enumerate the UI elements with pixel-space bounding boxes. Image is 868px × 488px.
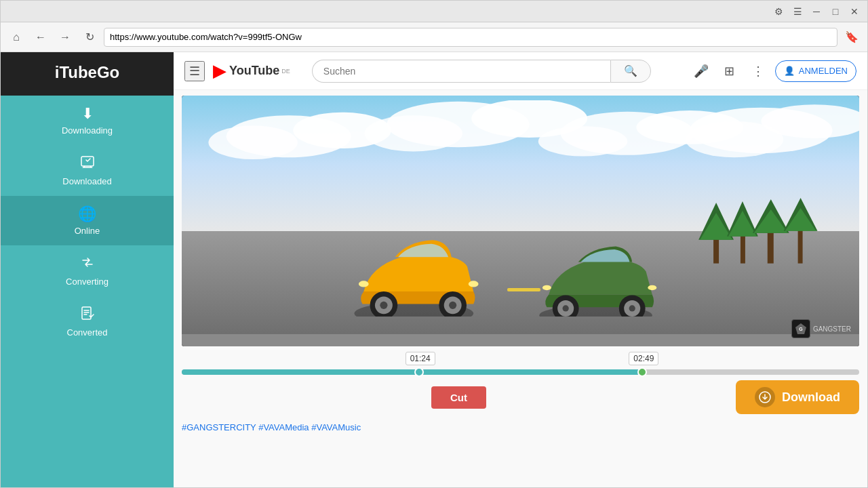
yt-logo-icon: ▶ xyxy=(213,60,226,81)
yt-signin-label: ANMELDEN xyxy=(799,66,848,76)
yt-mic-button[interactable]: 🎤 xyxy=(690,60,713,83)
downloading-label: Downloading xyxy=(62,125,113,136)
yt-menu-button[interactable]: ☰ xyxy=(184,61,205,81)
bottom-bar: Cut Download xyxy=(174,378,867,420)
menu-button[interactable]: ☰ xyxy=(790,4,805,19)
maximize-button[interactable]: □ xyxy=(828,4,843,19)
converting-label: Converting xyxy=(66,277,108,287)
cut-button[interactable]: Cut xyxy=(431,386,486,409)
online-icon: 🌐 xyxy=(78,205,96,223)
converted-label: Converted xyxy=(67,327,108,338)
close-button[interactable]: ✕ xyxy=(847,4,862,19)
svg-point-32 xyxy=(449,301,456,308)
watermark-text: GANGSTER xyxy=(813,325,851,333)
svg-rect-1 xyxy=(82,307,91,319)
svg-point-43 xyxy=(648,285,656,289)
road-shoulder xyxy=(182,334,859,347)
navbar: ⌂ ← → ↻ 🔖 xyxy=(1,22,867,52)
download-label: Download xyxy=(782,390,840,405)
timeline-progress xyxy=(182,369,642,375)
downloaded-label: Downloaded xyxy=(62,176,111,186)
timeline-handle-start[interactable] xyxy=(414,367,424,377)
search-wrap: 🔍 xyxy=(312,60,651,83)
video-watermark: G GANGSTER xyxy=(791,319,851,338)
download-button[interactable]: Download xyxy=(736,380,859,414)
sidebar: iTubeGo ⬇ Downloading Downloaded 🌐 xyxy=(1,52,174,487)
settings-button[interactable]: ⚙ xyxy=(771,4,786,19)
video-placeholder: G GANGSTER xyxy=(182,96,859,346)
sidebar-item-downloaded[interactable]: Downloaded xyxy=(1,145,174,196)
forward-button[interactable]: → xyxy=(55,27,75,47)
logo-text: iTubeGo xyxy=(55,63,120,82)
bookmark-button[interactable]: 🔖 xyxy=(842,27,862,47)
youtube-logo: ▶ YouTube DE xyxy=(213,60,290,81)
video-player[interactable]: G GANGSTER xyxy=(182,96,859,346)
converted-icon xyxy=(80,306,95,325)
browser-content: ☰ ▶ YouTube DE 🔍 🎤 ⊞ ⋮ 👤 ANMELDEN xyxy=(174,52,867,487)
sidebar-item-converting[interactable]: Converting xyxy=(1,245,174,296)
app-window: ⚙ ☰ ─ □ ✕ ⌂ ← → ↻ 🔖 iTubeGo ⬇ Downloadin… xyxy=(0,0,868,488)
back-button[interactable]: ← xyxy=(31,27,51,47)
yt-right-controls: 🎤 ⊞ ⋮ 👤 ANMELDEN xyxy=(690,60,856,83)
url-bar[interactable] xyxy=(104,28,837,47)
timeline-handle-end[interactable] xyxy=(637,367,647,377)
yt-signin-icon: 👤 xyxy=(784,66,795,76)
yt-logo-de: DE xyxy=(281,68,290,75)
download-icon xyxy=(755,387,775,407)
svg-point-29 xyxy=(380,301,387,308)
refresh-button[interactable]: ↻ xyxy=(79,27,100,47)
sidebar-logo: iTubeGo xyxy=(1,52,174,96)
timeline-bar[interactable] xyxy=(182,369,859,375)
video-area: G GANGSTER 01:24 02:49 xyxy=(174,90,867,487)
watermark-logo: G xyxy=(791,319,810,338)
svg-point-38 xyxy=(562,305,568,311)
sidebar-item-online[interactable]: 🌐 Online xyxy=(1,196,174,245)
main-layout: iTubeGo ⬇ Downloading Downloaded 🌐 xyxy=(1,52,867,487)
svg-point-41 xyxy=(629,305,635,311)
svg-point-42 xyxy=(542,285,551,289)
home-button[interactable]: ⌂ xyxy=(6,27,26,47)
svg-point-4 xyxy=(208,126,297,160)
yt-more-button[interactable]: ⋮ xyxy=(747,60,770,83)
downloading-icon: ⬇ xyxy=(81,105,94,123)
video-tags: #GANGSTERCITY #VAVAMedia #VAVAMusic xyxy=(174,420,867,435)
start-time-label: 01:24 xyxy=(406,352,435,365)
end-time-label: 02:49 xyxy=(629,352,658,365)
svg-point-7 xyxy=(364,116,462,152)
titlebar: ⚙ ☰ ─ □ ✕ xyxy=(1,1,867,22)
online-label: Online xyxy=(75,226,100,236)
cars-svg xyxy=(216,191,825,317)
timeline-area: 01:24 02:49 xyxy=(174,346,867,378)
svg-point-10 xyxy=(538,127,627,157)
sidebar-item-converted[interactable]: Converted xyxy=(1,296,174,347)
svg-point-13 xyxy=(686,121,784,157)
yt-search-input[interactable] xyxy=(312,60,610,83)
downloaded-icon xyxy=(80,155,95,174)
converting-icon xyxy=(80,255,95,274)
yt-signin-button[interactable]: 👤 ANMELDEN xyxy=(775,60,856,82)
youtube-header: ☰ ▶ YouTube DE 🔍 🎤 ⊞ ⋮ 👤 ANMELDEN xyxy=(174,52,867,90)
svg-point-34 xyxy=(469,281,479,287)
svg-text:G: G xyxy=(799,327,803,331)
yt-logo-text: YouTube xyxy=(229,64,279,78)
yt-grid-button[interactable]: ⊞ xyxy=(718,60,741,83)
minimize-button[interactable]: ─ xyxy=(809,4,824,19)
yt-search-button[interactable]: 🔍 xyxy=(610,60,651,83)
sidebar-item-downloading[interactable]: ⬇ Downloading xyxy=(1,96,174,145)
svg-point-33 xyxy=(359,281,369,287)
